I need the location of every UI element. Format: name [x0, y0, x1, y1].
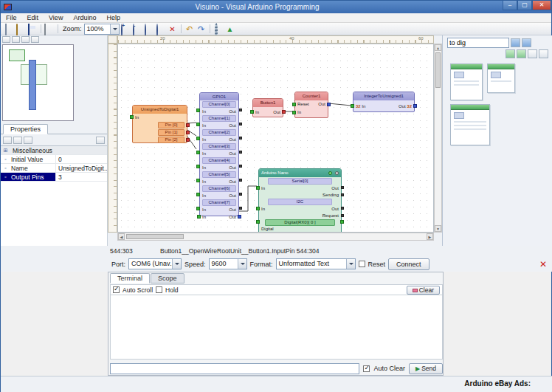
output-pin[interactable] — [340, 220, 344, 224]
close-button[interactable]: ✕ — [532, 1, 551, 10]
output-pin[interactable] — [186, 138, 190, 142]
hold-checkbox[interactable] — [156, 286, 162, 293]
input-pin[interactable] — [196, 137, 200, 140]
menu-item-file[interactable]: File — [1, 14, 22, 21]
tab-terminal[interactable]: Terminal — [110, 273, 150, 283]
tab-properties[interactable]: Properties — [3, 124, 48, 134]
output-pin[interactable] — [239, 165, 242, 168]
output-pin[interactable] — [327, 103, 331, 106]
input-pin[interactable] — [196, 151, 200, 154]
output-pin[interactable] — [239, 137, 242, 140]
filter-icon[interactable] — [511, 38, 520, 47]
canvas-horizontal-scrollbar[interactable]: ◀ ▶ — [117, 233, 434, 241]
scroll-left-icon[interactable]: ◀ — [118, 233, 125, 240]
port-select[interactable]: COM6 (Unav... — [128, 258, 182, 269]
input-pin[interactable] — [292, 103, 296, 106]
input-pin[interactable] — [196, 109, 200, 112]
minimize-button[interactable]: – — [503, 1, 517, 10]
block-unsignedtodigital1[interactable]: UnsignedToDigital1 In Pin [0] Pin [1] Pi… — [132, 105, 187, 143]
property-row-selected[interactable]: ▫ Output Pins 3 — [1, 173, 107, 182]
maximize-button[interactable]: ▢ — [517, 1, 532, 10]
input-pin[interactable] — [256, 207, 260, 210]
redo-icon[interactable]: ↷ — [196, 24, 207, 34]
canvas-vertical-scrollbar[interactable]: ▲ ▼ — [434, 44, 442, 233]
output-pin[interactable] — [341, 186, 344, 189]
gear-icon[interactable] — [335, 171, 339, 175]
send-button[interactable]: ▶Send — [409, 363, 443, 374]
block-counter1[interactable]: Counter1 Reset Out In — [294, 92, 328, 118]
zoom-fit-icon[interactable] — [156, 24, 166, 34]
output-pin[interactable] — [282, 110, 286, 114]
chevron-down-icon[interactable] — [172, 259, 181, 269]
menu-item-arduino[interactable]: Arduino — [68, 14, 101, 21]
input-pin[interactable] — [197, 215, 201, 219]
categories-icon[interactable] — [528, 49, 537, 58]
input-pin[interactable] — [250, 110, 254, 114]
input-pin[interactable] — [196, 207, 200, 210]
format-select[interactable]: Unformatted Text — [276, 258, 356, 269]
pin-panel-icon[interactable] — [539, 49, 548, 58]
send-input[interactable] — [110, 363, 359, 374]
property-row[interactable]: ▫ Name UnsignedToDigit... — [1, 164, 107, 173]
output-pin[interactable] — [239, 179, 242, 182]
input-pin[interactable] — [130, 115, 134, 119]
scroll-up-icon[interactable]: ▲ — [435, 44, 441, 51]
chevron-down-icon[interactable] — [238, 259, 246, 269]
scrollbar-thumb[interactable] — [126, 234, 184, 239]
clear-button[interactable]: Clear — [407, 286, 440, 295]
build-icon[interactable] — [213, 24, 224, 34]
disconnect-icon[interactable]: ✕ — [539, 259, 547, 269]
scroll-right-icon[interactable]: ▶ — [427, 233, 433, 240]
tab-scope[interactable]: Scope — [151, 273, 184, 283]
overview-minimap[interactable] — [2, 44, 74, 121]
auto-clear-checkbox[interactable] — [363, 365, 370, 372]
scroll-down-icon[interactable]: ▼ — [435, 225, 441, 232]
input-pin[interactable] — [351, 104, 354, 108]
speed-select[interactable]: 9600 — [209, 258, 247, 269]
component-search-input[interactable] — [447, 38, 509, 48]
input-pin[interactable] — [196, 123, 200, 126]
undo-icon[interactable]: ↶ — [184, 24, 195, 34]
minimap-zoom-in-icon[interactable] — [2, 36, 10, 43]
minimap-refresh-icon[interactable] — [31, 36, 39, 43]
expand-all-icon[interactable] — [24, 137, 32, 144]
output-pin[interactable] — [239, 109, 242, 111]
view-list-icon[interactable] — [517, 49, 526, 58]
component-card[interactable] — [487, 63, 515, 93]
output-pin[interactable] — [239, 123, 242, 125]
property-value[interactable]: 0 — [56, 155, 107, 163]
block-button1[interactable]: Button1 In Out — [252, 98, 283, 117]
input-pin[interactable] — [196, 165, 200, 168]
chevron-down-icon[interactable] — [110, 24, 119, 34]
menu-item-help[interactable]: Help — [101, 14, 125, 21]
input-pin[interactable] — [256, 220, 260, 224]
reset-checkbox[interactable] — [359, 261, 365, 267]
output-pin[interactable] — [341, 214, 344, 217]
menu-item-edit[interactable]: Edit — [22, 14, 44, 21]
auto-scroll-checkbox[interactable] — [113, 286, 120, 293]
minimap-zoom-out-icon[interactable] — [12, 36, 20, 43]
output-pin[interactable] — [186, 123, 190, 127]
output-pin[interactable] — [238, 215, 241, 219]
wrench-icon[interactable] — [96, 137, 105, 144]
output-pin[interactable] — [239, 207, 242, 210]
block-gpio1[interactable]: GPIO1 Channel[0] In Out Channel[1] In Ou… — [199, 92, 239, 216]
save-icon[interactable] — [27, 24, 38, 34]
output-pin[interactable] — [413, 104, 417, 108]
output-pin[interactable] — [186, 131, 190, 134]
search-icon[interactable] — [522, 38, 531, 47]
input-pin[interactable] — [196, 179, 200, 182]
connect-button[interactable]: Connect — [388, 258, 429, 270]
scrollbar-thumb[interactable] — [435, 52, 441, 88]
sort-alpha-icon[interactable] — [3, 137, 12, 144]
new-file-icon[interactable] — [4, 24, 14, 34]
output-pin[interactable] — [239, 151, 242, 154]
input-pin[interactable] — [196, 193, 200, 196]
input-pin[interactable] — [292, 111, 296, 114]
menu-item-view[interactable]: View — [44, 14, 68, 21]
upload-icon[interactable]: ▲ — [225, 24, 235, 34]
block-integertounsigned1[interactable]: IntegerToUnsigned1 32 In Out 32 — [353, 92, 415, 112]
minimap-fit-icon[interactable] — [21, 36, 30, 43]
terminal-output[interactable] — [110, 295, 443, 360]
delete-icon[interactable]: ✕ — [168, 24, 178, 34]
